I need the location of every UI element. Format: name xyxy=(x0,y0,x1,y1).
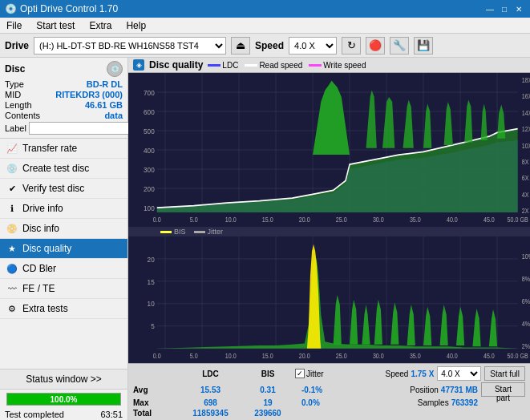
eject-button[interactable]: ⏏ xyxy=(231,37,250,55)
transfer-rate-icon: 📈 xyxy=(6,143,18,154)
svg-text:35.0: 35.0 xyxy=(410,216,422,224)
avg-jitter: -0.1% xyxy=(295,386,407,394)
svg-text:20.0: 20.0 xyxy=(299,216,311,224)
sidebar-item-drive-info[interactable]: ℹ Drive info xyxy=(0,199,127,219)
sidebar-item-disc-quality[interactable]: ★ Disc quality xyxy=(0,239,127,259)
svg-text:0.0: 0.0 xyxy=(153,216,162,224)
svg-text:18X: 18X xyxy=(522,76,530,84)
status-bottom: Test completed 63:51 xyxy=(0,409,127,420)
svg-text:10%: 10% xyxy=(522,252,530,260)
length-label: Length xyxy=(5,100,32,110)
contents-label: Contents xyxy=(5,111,40,120)
progress-area: 100.0% xyxy=(0,390,127,409)
speed-label: Speed xyxy=(255,40,284,51)
svg-text:0.0: 0.0 xyxy=(153,352,162,360)
svg-text:10X: 10X xyxy=(522,142,530,150)
svg-text:15.0: 15.0 xyxy=(262,352,273,360)
samples-value: 763392 xyxy=(451,398,478,407)
sidebar: Disc 💿 Type BD-R DL MID RITEKDR3 (000) L… xyxy=(0,58,128,420)
save-button[interactable]: 💾 xyxy=(414,37,433,55)
svg-text:6%: 6% xyxy=(522,297,530,305)
settings-button2[interactable]: 🔧 xyxy=(390,37,409,55)
svg-text:25.0: 25.0 xyxy=(336,216,348,224)
svg-text:50.0 GB: 50.0 GB xyxy=(508,352,528,360)
chart-legend-top: LDC Read speed Write speed xyxy=(208,61,366,70)
status-text: Test completed xyxy=(5,410,64,419)
nav-label-extra-tests: Extra tests xyxy=(22,303,68,314)
svg-text:5.0: 5.0 xyxy=(190,216,199,224)
maximize-button[interactable]: □ xyxy=(498,3,511,14)
nav-label-create-test-disc: Create test disc xyxy=(22,163,89,174)
sidebar-item-disc-info[interactable]: 📀 Disc info xyxy=(0,219,127,239)
svg-text:600: 600 xyxy=(144,107,155,116)
svg-text:2%: 2% xyxy=(522,342,530,350)
extra-tests-icon: ⚙ xyxy=(6,303,18,314)
cd-bler-icon: 🔵 xyxy=(6,263,18,274)
jitter-checkbox[interactable]: ✓ xyxy=(295,369,305,378)
disc-quality-header: Disc quality LDC Read speed Write speed xyxy=(128,58,530,73)
legend-ldc: LDC xyxy=(208,61,238,70)
svg-text:100: 100 xyxy=(144,204,155,212)
settings-button1[interactable]: 🔴 xyxy=(366,37,385,55)
speed-dropdown[interactable]: 4.0 X xyxy=(437,366,481,381)
stats-avg-row: Avg 15.53 0.31 -0.1% Position 47731 MB S… xyxy=(133,382,525,397)
drive-info-icon: ℹ xyxy=(6,203,18,214)
legend-writespeed: Write speed xyxy=(309,61,366,70)
legend-writespeed-color xyxy=(309,64,322,67)
jitter-checkbox-area: ✓ Jitter xyxy=(295,369,382,378)
svg-text:35.0: 35.0 xyxy=(410,352,421,360)
sidebar-item-create-test-disc[interactable]: 💿 Create test disc xyxy=(0,159,127,179)
menu-file[interactable]: File xyxy=(3,19,25,32)
drive-select[interactable]: (H:) HL-DT-ST BD-RE WH16NS58 TST4 xyxy=(34,37,226,55)
top-chart-svg: 700 600 500 400 300 200 100 18X 16X 14X … xyxy=(128,73,530,227)
title-bar-controls: — □ ✕ xyxy=(483,3,525,14)
svg-text:20.0: 20.0 xyxy=(299,352,310,360)
type-value: BD-R DL xyxy=(87,79,123,89)
svg-text:16X: 16X xyxy=(522,93,530,101)
close-button[interactable]: ✕ xyxy=(512,3,525,14)
svg-text:5.0: 5.0 xyxy=(190,352,199,360)
max-bis: 19 xyxy=(244,398,292,407)
contents-value: data xyxy=(104,111,123,120)
speed-select[interactable]: 4.0 X xyxy=(289,37,337,55)
status-window-button[interactable]: Status window >> xyxy=(0,370,127,390)
avg-bis: 0.31 xyxy=(244,386,292,394)
app-icon: 💿 xyxy=(5,3,17,14)
sidebar-item-extra-tests[interactable]: ⚙ Extra tests xyxy=(0,299,127,319)
jitter-color xyxy=(194,231,205,233)
disc-header: Disc 💿 xyxy=(5,61,123,77)
disc-label-input[interactable] xyxy=(29,122,136,135)
disc-mid-row: MID RITEKDR3 (000) xyxy=(5,90,123,99)
svg-text:12X: 12X xyxy=(522,126,530,134)
svg-text:50.0 GB: 50.0 GB xyxy=(508,216,528,224)
nav-label-transfer-rate: Transfer rate xyxy=(22,143,77,154)
start-part-button[interactable]: Start part xyxy=(481,382,525,397)
main-layout: Disc 💿 Type BD-R DL MID RITEKDR3 (000) L… xyxy=(0,58,530,420)
label-label: Label xyxy=(5,123,26,133)
menu-help[interactable]: Help xyxy=(123,19,149,32)
top-chart: 700 600 500 400 300 200 100 18X 16X 14X … xyxy=(128,73,530,227)
svg-text:700: 700 xyxy=(144,88,155,97)
sidebar-item-fe-te[interactable]: 〰 FE / TE xyxy=(0,279,127,299)
minimize-button[interactable]: — xyxy=(483,3,496,14)
status-time: 63:51 xyxy=(100,410,123,419)
svg-text:10.0: 10.0 xyxy=(225,216,237,224)
sidebar-item-verify-test-disc[interactable]: ✔ Verify test disc xyxy=(0,179,127,199)
legend-readspeed-color xyxy=(245,64,257,67)
menu-extra[interactable]: Extra xyxy=(86,19,115,32)
ldc-col-header: LDC xyxy=(180,370,241,378)
start-full-button[interactable]: Start full xyxy=(484,366,525,381)
svg-text:40.0: 40.0 xyxy=(447,216,459,224)
position-value: 47731 MB xyxy=(441,386,478,394)
menu-start-test[interactable]: Start test xyxy=(33,19,78,32)
speed-header-area: Speed 1.75 X xyxy=(385,370,434,378)
svg-text:8%: 8% xyxy=(522,275,530,283)
refresh-button[interactable]: ↻ xyxy=(342,37,361,55)
title-bar-title: 💿 Opti Drive Control 1.70 xyxy=(5,3,118,14)
disc-icon: 💿 xyxy=(107,61,123,77)
svg-text:14X: 14X xyxy=(522,109,530,117)
sidebar-item-transfer-rate[interactable]: 📈 Transfer rate xyxy=(0,139,127,159)
verify-test-disc-icon: ✔ xyxy=(6,183,18,194)
svg-text:2X: 2X xyxy=(522,208,529,216)
sidebar-item-cd-bler[interactable]: 🔵 CD Bler xyxy=(0,259,127,279)
